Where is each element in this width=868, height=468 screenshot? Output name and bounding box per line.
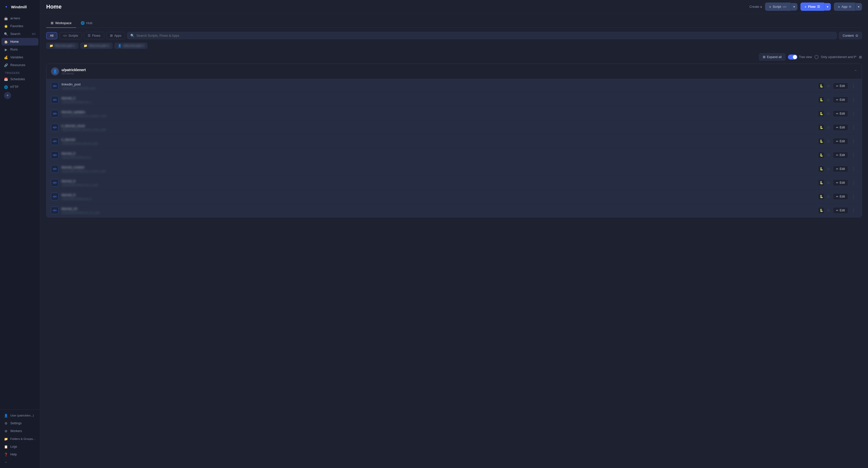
item-more-button[interactable]: ⋮ (850, 111, 857, 117)
sidebar-item-settings[interactable]: ⚙ Settings (1, 419, 38, 427)
content-filter-button[interactable]: Content ⊙ (839, 32, 862, 39)
breadcrumb-f2[interactable]: 📁 f/blurred-path-2 (81, 43, 113, 49)
item-more-button[interactable]: ⋮ (850, 97, 857, 103)
app-chevron-down-icon: ▾ (858, 5, 860, 8)
edit-icon: ✏ (836, 98, 838, 101)
item-star-button[interactable]: ☆ (826, 124, 831, 130)
breadcrumb-f1[interactable]: 📁 f/blurred-path-1 (46, 43, 79, 49)
section-username: u/patricklenert (62, 68, 86, 72)
breadcrumb-f2-label: f/blurred-path-2 (89, 44, 109, 48)
tab-hub[interactable]: 🌐 Hub (76, 19, 97, 28)
item-lang-icon: 🐍 (818, 194, 824, 199)
sidebar-item-help[interactable]: ❓ Help (1, 451, 38, 458)
item-name: blurred_2 (62, 96, 815, 100)
sidebar-item-workers[interactable]: ⚙ Workers (1, 427, 38, 435)
app-button-group: + App ⊞ ▾ (834, 2, 862, 11)
create-app-button[interactable]: + App ⊞ (834, 2, 856, 11)
item-star-button[interactable]: ☆ (826, 194, 831, 200)
item-edit-button[interactable]: ✏ Edit (833, 179, 848, 186)
item-text: blurred_10 u/patricklenert/blurred_10_pa… (62, 207, 815, 214)
item-more-button[interactable]: ⋮ (850, 180, 857, 186)
main-content: Home Create a + Script </> ▾ + Flow ☰ ▾ (40, 0, 868, 468)
sidebar-item-back[interactable]: ← (1, 459, 38, 466)
plus-icon: + (769, 4, 771, 9)
page-title: Home (46, 3, 746, 10)
sidebar-item-logs[interactable]: 📋 Logs (1, 443, 38, 450)
sidebar-item-variables[interactable]: 💰 Variables (1, 54, 38, 61)
create-flow-button[interactable]: + Flow ☰ (800, 2, 824, 11)
user-avatar-icon: 👤 (53, 69, 58, 74)
edit-icon: ✏ (836, 195, 838, 198)
tab-workspace[interactable]: ⊞ Workspace (46, 19, 76, 28)
flow-dropdown-button[interactable]: ▾ (824, 3, 831, 10)
item-more-button[interactable]: ⋮ (850, 124, 857, 131)
item-code-icon: </> (51, 124, 59, 131)
item-edit-button[interactable]: ✏ Edit (833, 110, 848, 117)
expand-all-button[interactable]: ⊞ Expand all (759, 53, 785, 61)
item-edit-button[interactable]: ✏ Edit (833, 138, 848, 145)
section-collapse-button[interactable]: ⌃ (854, 69, 857, 74)
item-more-button[interactable]: ⋮ (850, 138, 857, 145)
flow-chevron-down-icon: ▾ (827, 5, 828, 8)
sidebar-item-ai-hero[interactable]: 🤖 ai-hero (1, 14, 38, 22)
item-edit-button[interactable]: ✏ Edit (833, 166, 848, 172)
item-lang-icon: 🐍 (818, 125, 824, 130)
item-edit-button[interactable]: ✏ Edit (833, 83, 848, 89)
item-edit-button[interactable]: ✏ Edit (833, 96, 848, 103)
breadcrumb-u[interactable]: 👤 u/blurred-path-3 (115, 43, 148, 49)
section-info: u/patricklenert (33 items) (62, 68, 86, 75)
item-edit-button[interactable]: ✏ Edit (833, 207, 848, 214)
item-edit-button[interactable]: ✏ Edit (833, 193, 848, 200)
item-star-button[interactable]: ☆ (826, 97, 831, 103)
item-star-button[interactable]: ☆ (826, 180, 831, 186)
item-more-button[interactable]: ⋮ (850, 207, 857, 214)
search-input[interactable] (136, 34, 834, 37)
filter-flows-button[interactable]: ☰ Flows (84, 32, 104, 39)
item-star-button[interactable]: ☆ (826, 83, 831, 89)
item-edit-button[interactable]: ✏ Edit (833, 124, 848, 131)
item-more-button[interactable]: ⋮ (850, 194, 857, 200)
item-actions: 🐍 ☆ ✏ Edit ⋮ (818, 179, 857, 186)
sidebar-item-http[interactable]: 🌐 HTTP (1, 83, 38, 91)
item-path: u/patricklenert/blurred_updates_path (62, 114, 815, 117)
item-path: u/patricklenert/blurred_8_path (62, 183, 815, 186)
filter-all-button[interactable]: All (46, 32, 57, 39)
sidebar-item-schedules[interactable]: 📅 Schedules (1, 76, 38, 83)
item-star-button[interactable]: ☆ (826, 207, 831, 213)
layout-grid-icon[interactable]: ⊞ (859, 55, 862, 59)
section-header: 👤 u/patricklenert (33 items) ⌃ (46, 64, 862, 79)
create-script-button[interactable]: + Script </> (765, 2, 791, 11)
item-more-button[interactable]: ⋮ (850, 166, 857, 172)
item-star-button[interactable]: ☆ (826, 166, 831, 172)
search-box[interactable]: 🔍 (127, 32, 837, 39)
item-more-button[interactable]: ⋮ (850, 152, 857, 158)
edit-icon: ✏ (836, 126, 838, 129)
item-lang-icon: 🐍 (818, 208, 824, 213)
sidebar-item-runs[interactable]: ▶ Runs (1, 46, 38, 53)
expand-all-label: Expand all (767, 55, 782, 59)
filter-scripts-button[interactable]: </> Scripts (59, 32, 82, 39)
item-actions: 🐍 ☆ ✏ Edit ⋮ (818, 138, 857, 145)
script-dropdown-button[interactable]: ▾ (791, 3, 798, 10)
item-more-button[interactable]: ⋮ (850, 83, 857, 89)
sidebar-item-folders-groups[interactable]: 📁 Folders & Groups... (1, 435, 38, 443)
sidebar-item-user[interactable]: 👤 User (patricklen...) (1, 412, 38, 419)
add-trigger-button[interactable]: + (4, 92, 11, 99)
sidebar-item-home[interactable]: 🏠 Home (1, 38, 38, 46)
sidebar-item-resources[interactable]: 🔗 Resources (1, 61, 38, 69)
item-lang-icon: 🐍 (818, 166, 824, 172)
item-code-icon: </> (51, 82, 59, 90)
filter-apps-button[interactable]: ⊞ Apps (106, 32, 125, 39)
item-star-button[interactable]: ☆ (826, 138, 831, 144)
app-dropdown-button[interactable]: ▾ (856, 3, 862, 10)
sidebar-item-favorites[interactable]: ⭐ Favorites (1, 22, 38, 30)
item-text: blurred_updates u/patricklenert/blurred_… (62, 110, 815, 117)
item-star-button[interactable]: ☆ (826, 111, 831, 117)
tree-view-toggle[interactable] (788, 55, 798, 60)
view-radio-button[interactable] (814, 55, 818, 59)
item-star-button[interactable]: ☆ (826, 152, 831, 158)
app-logo[interactable]: Windmill (0, 0, 40, 13)
folder-icon-1: 📁 (50, 44, 53, 48)
sidebar-item-search[interactable]: 🔍 Search ⌘K (1, 30, 38, 38)
item-edit-button[interactable]: ✏ Edit (833, 152, 848, 158)
